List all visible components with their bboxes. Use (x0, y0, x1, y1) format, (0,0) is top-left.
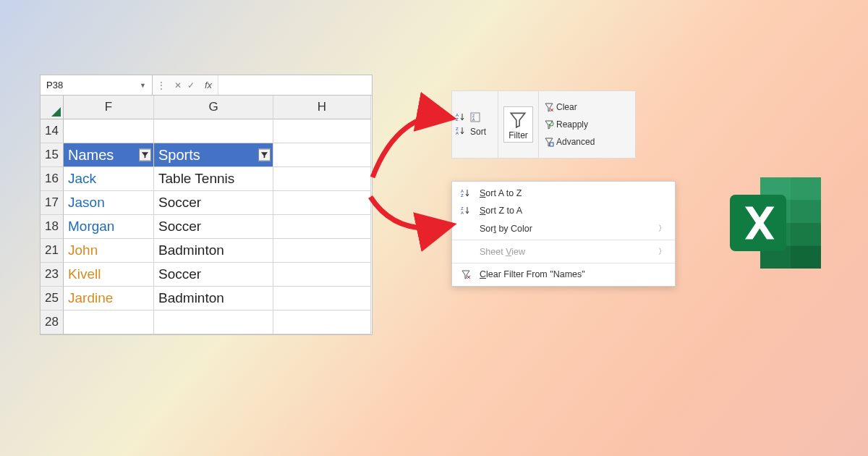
sort-label[interactable]: Sort (470, 124, 486, 137)
menu-label: Sort by Color (480, 224, 532, 234)
filter-dropdown-button[interactable] (139, 149, 151, 161)
cell[interactable]: Badminton (154, 239, 273, 263)
row-header[interactable]: 16 (41, 167, 64, 191)
menu-label: Sort Z to A (480, 206, 522, 216)
cell[interactable]: Jack (64, 167, 154, 191)
menu-label: Sheet View (480, 247, 525, 257)
excel-logo-icon (723, 169, 832, 280)
grid: F G H 14 15 Names Sports 16 Jack Table T… (41, 96, 372, 334)
cell[interactable]: Soccer (154, 191, 273, 215)
cell[interactable] (273, 239, 371, 263)
fx-label[interactable]: fx (199, 80, 218, 90)
cancel-icon[interactable]: ✕ (174, 80, 182, 90)
menu-label: Sort A to Z (480, 188, 522, 198)
filter-label: Filter (509, 130, 528, 140)
submenu-arrow-icon: 〉 (658, 246, 666, 257)
row-header[interactable]: 17 (41, 191, 64, 215)
menu-sort-az[interactable]: AZ Sort A to Z (452, 185, 675, 202)
menu-clear-filter[interactable]: Clear Filter From "Names" (452, 266, 675, 283)
funnel-icon (509, 110, 527, 129)
sort-custom-icon[interactable]: ZA (470, 112, 480, 122)
clear-button[interactable]: Clear (542, 101, 631, 114)
dropdown-icon[interactable]: ▼ (140, 82, 146, 89)
menu-separator (452, 263, 675, 263)
filter-button[interactable]: Filter (503, 106, 533, 143)
cell[interactable]: Morgan (64, 215, 154, 239)
separator-icon: ⋮ (153, 80, 170, 90)
select-all-corner[interactable] (41, 96, 64, 119)
menu-sort-za[interactable]: ZA Sort Z to A (452, 202, 675, 219)
row-header[interactable]: 21 (41, 239, 64, 263)
col-header-F[interactable]: F (64, 96, 154, 119)
reapply-button[interactable]: Reapply (542, 118, 631, 131)
name-box[interactable]: P38 ▼ (41, 75, 153, 95)
row-header[interactable]: 15 (41, 143, 64, 167)
cell-reference: P38 (46, 80, 63, 90)
accept-icon[interactable]: ✓ (187, 80, 195, 90)
cell[interactable] (273, 263, 371, 287)
advanced-filter-icon (544, 137, 554, 147)
cell[interactable] (273, 311, 371, 334)
col-header-G[interactable]: G (154, 96, 273, 119)
formula-bar: P38 ▼ ⋮ ✕ ✓ fx (41, 75, 372, 96)
cell[interactable] (154, 119, 273, 143)
cell[interactable]: Jason (64, 191, 154, 215)
cell[interactable] (64, 311, 154, 334)
cell[interactable]: Jardine (64, 287, 154, 311)
cell[interactable] (273, 191, 371, 215)
table-header-sports[interactable]: Sports (154, 143, 273, 167)
clear-filter-icon (544, 102, 554, 112)
svg-text:A: A (472, 117, 475, 122)
submenu-arrow-icon: 〉 (658, 223, 666, 234)
advanced-button[interactable]: Advanced (542, 135, 631, 148)
svg-rect-20 (791, 246, 821, 269)
cell[interactable]: Table Tennis (154, 167, 273, 191)
svg-rect-18 (791, 223, 821, 246)
menu-sheet-view: Sheet View 〉 (452, 242, 675, 261)
row-header[interactable]: 28 (41, 311, 64, 334)
spreadsheet-window: P38 ▼ ⋮ ✕ ✓ fx F G H 14 15 Names Sports (40, 75, 373, 335)
cell[interactable]: Soccer (154, 215, 273, 239)
row-header[interactable]: 25 (41, 287, 64, 311)
svg-rect-7 (550, 143, 553, 146)
clear-filter-icon (459, 269, 472, 279)
menu-label: Clear Filter From "Names" (480, 269, 585, 279)
cell[interactable] (273, 287, 371, 311)
arrow-annotation (362, 101, 463, 191)
menu-sort-by-color[interactable]: Sort by Color 〉 (452, 219, 675, 237)
cell[interactable] (273, 167, 371, 191)
col-header-H[interactable]: H (273, 96, 371, 119)
cell[interactable] (64, 119, 154, 143)
header-label: Names (68, 147, 114, 164)
table-header-names[interactable]: Names (64, 143, 154, 167)
formula-buttons: ✕ ✓ (170, 80, 199, 90)
row-header[interactable]: 14 (41, 119, 64, 143)
cell[interactable]: Soccer (154, 263, 273, 287)
cell[interactable] (273, 143, 371, 167)
cell[interactable] (154, 311, 273, 334)
cell[interactable]: John (64, 239, 154, 263)
formula-input[interactable] (218, 75, 372, 95)
menu-separator (452, 240, 675, 240)
header-label: Sports (158, 147, 200, 164)
svg-rect-16 (791, 200, 821, 224)
svg-rect-14 (791, 177, 821, 200)
row-header[interactable]: 23 (41, 263, 64, 287)
ribbon-sort-filter-group: AZ ZA ZA Sort Filter Clear Reapply Advan… (451, 90, 636, 159)
filter-dropdown-button[interactable] (258, 149, 271, 161)
cell[interactable] (273, 215, 371, 239)
row-header[interactable]: 18 (41, 215, 64, 239)
reapply-icon (544, 119, 554, 130)
cell[interactable]: Kivell (64, 263, 154, 287)
cell[interactable] (273, 119, 371, 143)
filter-context-menu: AZ Sort A to Z ZA Sort Z to A Sort by Co… (451, 181, 676, 287)
arrow-annotation (362, 188, 463, 256)
cell[interactable]: Badminton (154, 287, 273, 311)
